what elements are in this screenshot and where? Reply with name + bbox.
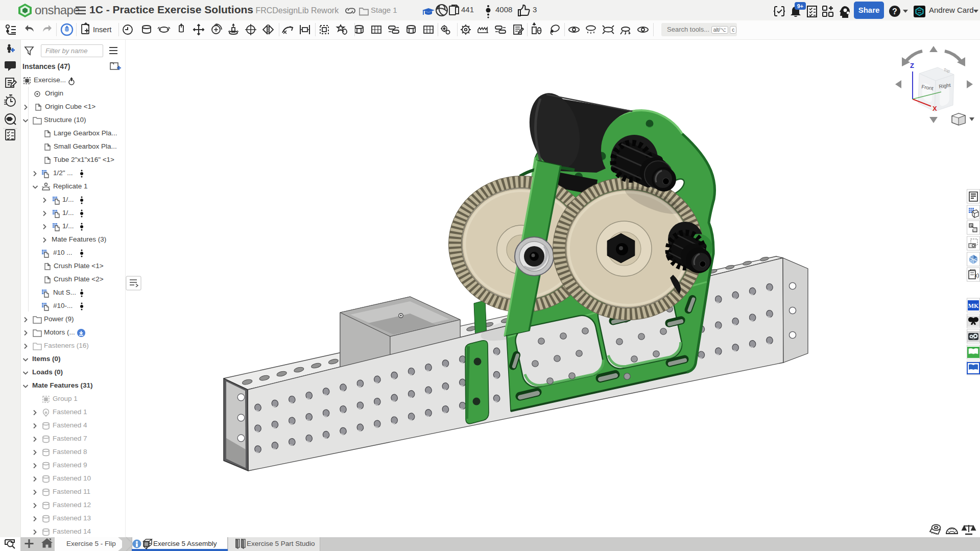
svg-text:MK: MK — [968, 302, 979, 309]
svg-text:X: X — [933, 105, 937, 112]
svg-text:x): x) — [974, 272, 979, 278]
svg-text:?: ? — [892, 7, 897, 16]
svg-text:Z: Z — [910, 62, 914, 69]
svg-text:9+: 9+ — [797, 3, 804, 9]
